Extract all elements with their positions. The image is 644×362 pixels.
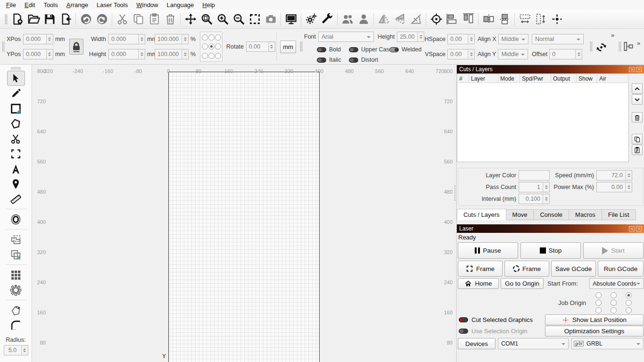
offset-field[interactable]: 0	[549, 49, 582, 59]
use-selection-origin-toggle[interactable]	[459, 329, 468, 334]
column-header-output[interactable]: Output	[551, 74, 577, 83]
grid-array-tool-button[interactable]	[7, 267, 25, 282]
job-origin-grid[interactable]	[591, 291, 636, 314]
new-file-button[interactable]	[9, 11, 25, 27]
menu-tools[interactable]: Tools	[39, 0, 62, 9]
job-origin-radio-0[interactable]	[595, 292, 602, 298]
save-gcode-button[interactable]: Save GCode	[551, 261, 596, 277]
anchor-radio-7[interactable]	[208, 53, 215, 59]
user-button[interactable]	[355, 11, 372, 27]
layer-paste-button[interactable]	[632, 145, 643, 155]
toolbar-overflow-chevron[interactable]: »	[611, 32, 614, 39]
align-v-button[interactable]	[460, 11, 476, 27]
toolbar-grip[interactable]	[2, 41, 5, 52]
snip-tool-button[interactable]	[7, 131, 25, 146]
pause-button[interactable]: Pause	[458, 242, 518, 259]
dock-grip[interactable]	[619, 41, 621, 52]
anchor-point-grid[interactable]	[200, 32, 223, 62]
copy-button[interactable]	[130, 11, 146, 27]
font-height-spinner[interactable]	[417, 32, 424, 41]
distort-toggle[interactable]	[349, 58, 358, 63]
layers-list[interactable]	[457, 83, 629, 162]
menu-window[interactable]: Window	[132, 0, 162, 9]
job-origin-radio-8[interactable]	[626, 307, 632, 313]
flip-vertical-button[interactable]	[392, 11, 408, 27]
push-v-button[interactable]	[496, 11, 512, 27]
units-button[interactable]: mm	[280, 41, 296, 53]
upper-case-toggle[interactable]	[349, 47, 358, 52]
optimization-settings-button[interactable]: Optimization Settings	[545, 326, 644, 337]
menu-help[interactable]: Help	[198, 0, 219, 9]
vspace-field[interactable]: 0.00	[447, 49, 475, 59]
settings-button[interactable]	[303, 11, 319, 27]
layer-move-up-button[interactable]	[632, 83, 643, 94]
mirror-button[interactable]	[408, 11, 424, 27]
interval-spinner[interactable]	[543, 194, 549, 204]
speed-spinner[interactable]	[625, 171, 632, 180]
stop-button[interactable]: Stop	[520, 242, 581, 259]
power-max-spinner[interactable]	[625, 182, 632, 192]
same-height-button[interactable]	[533, 11, 549, 27]
rectangle-tool-button[interactable]	[7, 101, 25, 116]
column-header--[interactable]: #	[457, 74, 469, 83]
frame-circle-button[interactable]: Frame	[504, 261, 549, 277]
vspace-spinner[interactable]	[468, 49, 474, 59]
layer-color-swatch[interactable]	[519, 170, 550, 181]
users-button[interactable]	[339, 11, 355, 27]
draw-lines-tool-button[interactable]	[7, 86, 25, 101]
width-spinner[interactable]	[138, 34, 145, 44]
height-field[interactable]: 0.000	[108, 49, 145, 59]
paste-button[interactable]	[146, 11, 162, 27]
cut-selected-graphics-toggle[interactable]	[459, 317, 468, 322]
cut-button[interactable]	[114, 11, 130, 27]
port-combo[interactable]: COM1	[498, 338, 569, 349]
laser-close-icon[interactable]: ✕	[636, 226, 642, 231]
anchor-radio-6[interactable]	[202, 53, 208, 59]
machine-settings-button[interactable]	[319, 11, 335, 27]
save-button[interactable]	[41, 11, 58, 27]
tab-macros[interactable]: Macros	[569, 209, 602, 220]
run-gcode-button[interactable]: Run GCode	[598, 261, 644, 277]
tab-move[interactable]: Move	[506, 209, 534, 220]
job-origin-radio-1[interactable]	[611, 292, 617, 298]
interval-field[interactable]: 0.100	[519, 194, 550, 204]
pan-button[interactable]	[182, 11, 198, 27]
zoom-in-button[interactable]	[215, 11, 231, 27]
flip-horizontal-button[interactable]	[376, 11, 392, 27]
job-origin-radio-4[interactable]	[611, 300, 617, 306]
move-to-position-button[interactable]	[549, 11, 565, 27]
column-header-show[interactable]: Show	[577, 74, 597, 83]
italic-toggle[interactable]	[317, 58, 326, 63]
place-marker-tool-button[interactable]	[7, 176, 25, 191]
hspace-field[interactable]: 0.00	[447, 34, 475, 44]
device-combo[interactable]: grbl GRBL	[571, 338, 644, 349]
offset-shapes-tool-button[interactable]	[7, 212, 25, 227]
zoom-to-page-button[interactable]	[198, 11, 215, 27]
dock-button[interactable]	[622, 40, 635, 52]
welded-toggle[interactable]	[389, 47, 399, 52]
speed-field[interactable]: 72.0	[596, 170, 632, 181]
lock-aspect-button[interactable]	[69, 39, 83, 55]
redo-button[interactable]	[94, 11, 110, 27]
column-header-layer[interactable]: Layer	[469, 74, 498, 83]
hspace-spinner[interactable]	[468, 34, 474, 44]
same-width-button[interactable]	[517, 11, 533, 27]
zoom-out-button[interactable]	[231, 11, 247, 27]
polygon-tool-button[interactable]	[7, 116, 25, 131]
delete-button[interactable]	[162, 11, 178, 27]
column-header-air[interactable]: Air	[597, 74, 628, 83]
font-toolbar-grip[interactable]	[300, 41, 303, 52]
power-max-field[interactable]: 0.00	[596, 182, 632, 192]
menu-arrange[interactable]: Arrange	[62, 0, 92, 9]
weld-mode-combo[interactable]: Normal	[532, 34, 584, 44]
height-spinner[interactable]	[138, 49, 145, 59]
menu-language[interactable]: Language	[162, 0, 198, 9]
cut-shapes-tool-button[interactable]	[7, 303, 25, 318]
rotate-field[interactable]: 0.00	[246, 41, 275, 52]
menu-file[interactable]: File	[2, 0, 20, 9]
anchor-radio-1[interactable]	[208, 34, 215, 41]
show-last-position-button[interactable]: Show Last Position	[545, 314, 644, 325]
push-h-button[interactable]	[480, 11, 496, 27]
undo-button[interactable]	[78, 11, 94, 27]
measure-tool-button[interactable]	[7, 191, 25, 206]
